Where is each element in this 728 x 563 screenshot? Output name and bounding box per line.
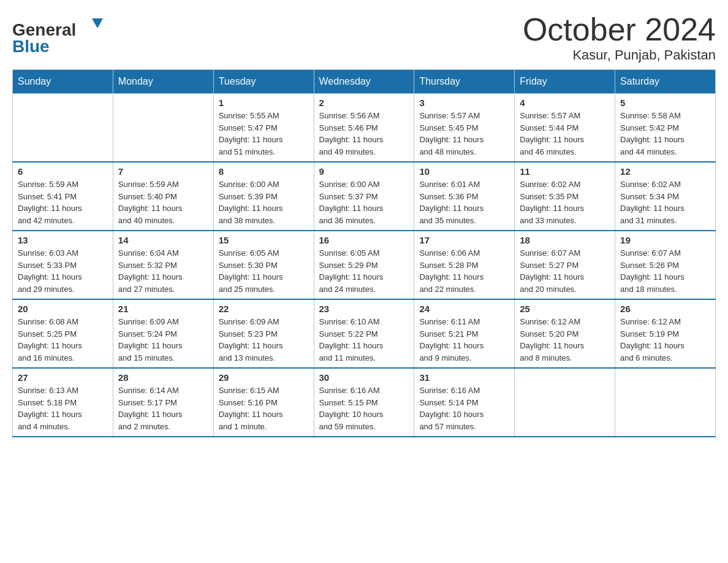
day-info: Sunrise: 6:15 AM Sunset: 5:16 PM Dayligh… — [219, 385, 309, 432]
day-info: Sunrise: 6:11 AM Sunset: 5:21 PM Dayligh… — [419, 316, 509, 364]
day-number: 3 — [419, 98, 509, 108]
day-info: Sunrise: 6:09 AM Sunset: 5:23 PM Dayligh… — [219, 316, 309, 364]
logo-svg: General Blue — [12, 12, 110, 55]
day-info: Sunrise: 6:06 AM Sunset: 5:28 PM Dayligh… — [419, 247, 509, 295]
calendar-day-cell: 7Sunrise: 5:59 AM Sunset: 5:40 PM Daylig… — [113, 162, 213, 231]
calendar-subtitle: Kasur, Punjab, Pakistan — [523, 47, 716, 63]
day-number: 9 — [319, 166, 409, 177]
calendar-day-cell: 15Sunrise: 6:05 AM Sunset: 5:30 PM Dayli… — [213, 231, 314, 299]
calendar-day-cell: 16Sunrise: 6:05 AM Sunset: 5:29 PM Dayli… — [314, 231, 414, 299]
day-info: Sunrise: 6:07 AM Sunset: 5:26 PM Dayligh… — [620, 247, 710, 295]
day-number: 19 — [620, 235, 710, 245]
day-number: 30 — [319, 372, 409, 383]
day-info: Sunrise: 6:09 AM Sunset: 5:24 PM Dayligh… — [118, 316, 208, 364]
calendar-day-header: Thursday — [414, 70, 515, 94]
calendar-day-cell: 17Sunrise: 6:06 AM Sunset: 5:28 PM Dayli… — [414, 231, 515, 299]
calendar-day-cell: 13Sunrise: 6:03 AM Sunset: 5:33 PM Dayli… — [13, 231, 113, 299]
calendar-day-cell: 18Sunrise: 6:07 AM Sunset: 5:27 PM Dayli… — [515, 231, 615, 299]
day-number: 10 — [419, 166, 509, 177]
svg-marker-1 — [92, 18, 103, 28]
calendar-day-cell: 21Sunrise: 6:09 AM Sunset: 5:24 PM Dayli… — [113, 299, 213, 368]
svg-text:Blue: Blue — [12, 37, 50, 55]
day-number: 18 — [520, 235, 610, 245]
calendar-day-cell — [615, 368, 716, 437]
day-info: Sunrise: 6:10 AM Sunset: 5:22 PM Dayligh… — [319, 316, 409, 364]
calendar-day-cell: 30Sunrise: 6:16 AM Sunset: 5:15 PM Dayli… — [314, 368, 414, 437]
day-info: Sunrise: 6:00 AM Sunset: 5:39 PM Dayligh… — [219, 178, 309, 226]
calendar-day-header: Tuesday — [213, 70, 314, 94]
calendar-day-cell: 14Sunrise: 6:04 AM Sunset: 5:32 PM Dayli… — [113, 231, 213, 299]
calendar-day-header: Sunday — [13, 70, 113, 94]
day-info: Sunrise: 6:12 AM Sunset: 5:19 PM Dayligh… — [620, 316, 710, 364]
day-number: 29 — [219, 372, 309, 383]
calendar-day-cell: 5Sunrise: 5:58 AM Sunset: 5:42 PM Daylig… — [615, 94, 716, 163]
title-block: October 2024 Kasur, Punjab, Pakistan — [523, 12, 716, 63]
day-info: Sunrise: 6:08 AM Sunset: 5:25 PM Dayligh… — [18, 316, 108, 364]
calendar-day-cell: 20Sunrise: 6:08 AM Sunset: 5:25 PM Dayli… — [13, 299, 113, 368]
day-info: Sunrise: 5:57 AM Sunset: 5:44 PM Dayligh… — [520, 110, 610, 158]
calendar-day-cell: 8Sunrise: 6:00 AM Sunset: 5:39 PM Daylig… — [213, 162, 314, 231]
day-info: Sunrise: 6:02 AM Sunset: 5:34 PM Dayligh… — [620, 178, 710, 226]
day-number: 4 — [520, 98, 610, 108]
calendar-day-cell — [113, 94, 213, 163]
calendar-day-cell: 10Sunrise: 6:01 AM Sunset: 5:36 PM Dayli… — [414, 162, 515, 231]
day-info: Sunrise: 6:01 AM Sunset: 5:36 PM Dayligh… — [419, 178, 509, 226]
day-info: Sunrise: 6:12 AM Sunset: 5:20 PM Dayligh… — [520, 316, 610, 364]
day-number: 17 — [419, 235, 509, 245]
day-number: 11 — [520, 166, 610, 177]
day-number: 14 — [118, 235, 208, 245]
calendar-day-header: Friday — [515, 70, 615, 94]
day-number: 25 — [520, 304, 610, 314]
calendar-day-cell: 19Sunrise: 6:07 AM Sunset: 5:26 PM Dayli… — [615, 231, 716, 299]
day-info: Sunrise: 5:55 AM Sunset: 5:47 PM Dayligh… — [219, 110, 309, 158]
day-info: Sunrise: 6:16 AM Sunset: 5:15 PM Dayligh… — [319, 385, 409, 432]
day-info: Sunrise: 5:59 AM Sunset: 5:40 PM Dayligh… — [118, 178, 208, 226]
calendar-header: SundayMondayTuesdayWednesdayThursdayFrid… — [13, 70, 716, 94]
day-number: 31 — [419, 372, 509, 383]
day-info: Sunrise: 6:04 AM Sunset: 5:32 PM Dayligh… — [118, 247, 208, 295]
calendar-day-header: Wednesday — [314, 70, 414, 94]
calendar-header-row: SundayMondayTuesdayWednesdayThursdayFrid… — [13, 70, 716, 94]
calendar-day-cell: 2Sunrise: 5:56 AM Sunset: 5:46 PM Daylig… — [314, 94, 414, 163]
day-number: 21 — [118, 304, 208, 314]
day-number: 22 — [219, 304, 309, 314]
day-info: Sunrise: 6:03 AM Sunset: 5:33 PM Dayligh… — [18, 247, 108, 295]
calendar-week-row: 6Sunrise: 5:59 AM Sunset: 5:41 PM Daylig… — [13, 162, 716, 231]
calendar-day-header: Saturday — [615, 70, 716, 94]
day-number: 16 — [319, 235, 409, 245]
day-number: 20 — [18, 304, 108, 314]
day-info: Sunrise: 6:14 AM Sunset: 5:17 PM Dayligh… — [118, 385, 208, 432]
calendar-day-cell — [515, 368, 615, 437]
day-info: Sunrise: 6:00 AM Sunset: 5:37 PM Dayligh… — [319, 178, 409, 226]
calendar-week-row: 20Sunrise: 6:08 AM Sunset: 5:25 PM Dayli… — [13, 299, 716, 368]
day-number: 27 — [18, 372, 108, 383]
calendar-day-cell: 6Sunrise: 5:59 AM Sunset: 5:41 PM Daylig… — [13, 162, 113, 231]
day-number: 8 — [219, 166, 309, 177]
calendar-week-row: 13Sunrise: 6:03 AM Sunset: 5:33 PM Dayli… — [13, 231, 716, 299]
day-number: 26 — [620, 304, 710, 314]
calendar-day-cell: 26Sunrise: 6:12 AM Sunset: 5:19 PM Dayli… — [615, 299, 716, 368]
calendar-day-cell: 24Sunrise: 6:11 AM Sunset: 5:21 PM Dayli… — [414, 299, 515, 368]
page-header: General Blue October 2024 Kasur, Punjab,… — [12, 12, 716, 63]
day-info: Sunrise: 5:57 AM Sunset: 5:45 PM Dayligh… — [419, 110, 509, 158]
calendar-day-cell: 27Sunrise: 6:13 AM Sunset: 5:18 PM Dayli… — [13, 368, 113, 437]
calendar-day-cell: 31Sunrise: 6:16 AM Sunset: 5:14 PM Dayli… — [414, 368, 515, 437]
calendar-day-cell: 4Sunrise: 5:57 AM Sunset: 5:44 PM Daylig… — [515, 94, 615, 163]
day-info: Sunrise: 5:56 AM Sunset: 5:46 PM Dayligh… — [319, 110, 409, 158]
calendar-day-cell: 1Sunrise: 5:55 AM Sunset: 5:47 PM Daylig… — [213, 94, 314, 163]
day-number: 12 — [620, 166, 710, 177]
day-number: 6 — [18, 166, 108, 177]
calendar-week-row: 27Sunrise: 6:13 AM Sunset: 5:18 PM Dayli… — [13, 368, 716, 437]
day-number: 5 — [620, 98, 710, 108]
calendar-day-cell: 29Sunrise: 6:15 AM Sunset: 5:16 PM Dayli… — [213, 368, 314, 437]
day-number: 1 — [219, 98, 309, 108]
day-info: Sunrise: 6:16 AM Sunset: 5:14 PM Dayligh… — [419, 385, 509, 432]
calendar-day-cell: 25Sunrise: 6:12 AM Sunset: 5:20 PM Dayli… — [515, 299, 615, 368]
day-number: 23 — [319, 304, 409, 314]
day-number: 15 — [219, 235, 309, 245]
calendar-day-cell — [13, 94, 113, 163]
day-number: 13 — [18, 235, 108, 245]
calendar-day-cell: 3Sunrise: 5:57 AM Sunset: 5:45 PM Daylig… — [414, 94, 515, 163]
logo: General Blue — [12, 12, 110, 55]
calendar-week-row: 1Sunrise: 5:55 AM Sunset: 5:47 PM Daylig… — [13, 94, 716, 163]
